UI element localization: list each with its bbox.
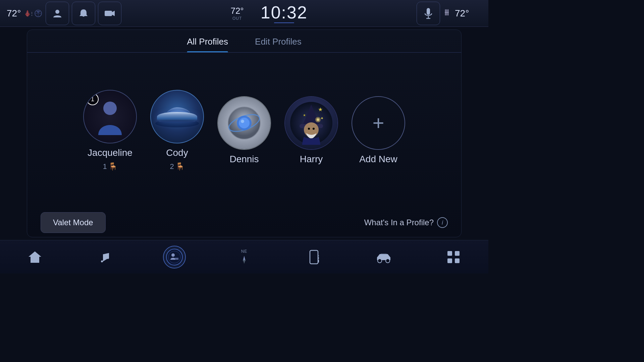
svg-rect-40: [455, 251, 460, 256]
svg-marker-4: [112, 11, 115, 16]
profile-jacqueline[interactable]: 1 Jacqueline 1 🪑: [83, 90, 137, 171]
nav-compass[interactable]: NE: [227, 244, 261, 270]
seat-heat-left-icon: ⋮⋮: [23, 9, 43, 18]
profile-cody[interactable]: Cody 2 🪑: [150, 90, 204, 171]
profile-badge-jacqueline: 1: [87, 93, 99, 105]
profile-seat-jacqueline: 1 🪑: [103, 162, 117, 171]
svg-text:⋮⋮: ⋮⋮: [25, 11, 32, 16]
svg-text:★: ★: [318, 107, 323, 112]
profile-harry[interactable]: ★ ★ ✦: [284, 96, 338, 165]
svg-point-2: [55, 10, 59, 14]
main-panel: All Profiles Edit Profiles 1: [27, 29, 462, 237]
nav-music[interactable]: [88, 244, 121, 270]
profile-seat-cody: 2 🪑: [170, 162, 184, 171]
profile-name-harry: Harry: [300, 154, 323, 165]
outside-temp: 72° OUT: [230, 6, 244, 21]
dennis-ie-icon: [218, 97, 270, 149]
svg-rect-35: [318, 257, 319, 259]
notifications-button[interactable]: [72, 2, 95, 25]
svg-rect-3: [105, 11, 112, 16]
harry-wizard-icon: ★ ★ ✦: [285, 97, 337, 149]
bottom-nav: NE: [0, 240, 488, 274]
tab-all-profiles[interactable]: All Profiles: [187, 37, 228, 52]
svg-point-38: [386, 259, 390, 263]
profile-dennis[interactable]: Dennis: [217, 96, 271, 165]
svg-rect-41: [447, 258, 452, 263]
svg-rect-39: [447, 251, 452, 256]
svg-marker-26: [29, 251, 41, 263]
svg-point-37: [378, 259, 382, 263]
svg-rect-5: [427, 8, 430, 15]
nav-car[interactable]: [367, 244, 400, 270]
svg-text:★: ★: [303, 113, 306, 117]
top-center: 72° OUT 10:32: [124, 4, 414, 23]
svg-rect-42: [455, 258, 460, 263]
svg-point-30: [171, 253, 175, 257]
profile-avatar-harry: ★ ★ ✦: [284, 96, 338, 150]
profile-avatar-jacqueline: 1: [83, 90, 137, 143]
compass-direction: NE: [241, 249, 248, 254]
outside-temp-label: OUT: [232, 16, 242, 21]
user-button[interactable]: [46, 2, 69, 25]
temp-right-value: 72°: [455, 8, 482, 19]
profile-name-dennis: Dennis: [229, 154, 259, 165]
temp-left: 72° ⋮⋮: [7, 8, 43, 19]
driver-icon: [163, 246, 186, 268]
nav-apps[interactable]: [437, 244, 470, 270]
info-icon: i: [437, 217, 448, 228]
nav-home[interactable]: [18, 244, 52, 270]
profile-avatar-cody: [150, 90, 204, 143]
camera-button[interactable]: [98, 2, 121, 25]
tab-bar: All Profiles Edit Profiles: [27, 30, 461, 53]
tab-edit-profiles[interactable]: Edit Profiles: [255, 37, 302, 52]
profiles-area: 1 Jacqueline 1 🪑: [27, 53, 461, 208]
valet-mode-button[interactable]: Valet Mode: [41, 212, 106, 233]
clock-line: [274, 22, 294, 23]
top-bar-left: 72° ⋮⋮: [7, 2, 121, 25]
svg-rect-34: [318, 260, 319, 262]
temp-left-value: 72°: [7, 8, 21, 19]
bottom-bar: Valet Mode What's In a Profile? i: [27, 208, 461, 237]
svg-text:✦: ✦: [320, 116, 324, 121]
svg-rect-33: [310, 250, 318, 264]
profile-avatar-add: +: [352, 96, 405, 150]
add-plus-icon: +: [372, 113, 384, 133]
svg-point-28: [166, 249, 182, 265]
clock: 10:32: [261, 4, 308, 23]
svg-point-9: [155, 119, 199, 127]
top-bar-right: 72°: [417, 2, 482, 25]
profile-add-new[interactable]: + Add New: [352, 96, 405, 165]
nav-driver[interactable]: [158, 244, 191, 270]
seat-heat-right-icon: [443, 8, 452, 19]
svg-point-8: [103, 102, 117, 115]
profile-name-add: Add New: [359, 154, 397, 165]
clock-time: 10:32: [261, 4, 308, 21]
whats-in-profile-label: What's In a Profile?: [364, 218, 434, 227]
microphone-button[interactable]: [417, 2, 440, 25]
profile-name-cody: Cody: [166, 147, 188, 158]
outside-temp-value: 72°: [230, 6, 244, 16]
top-center-group: 72° OUT 10:32: [230, 4, 307, 23]
svg-rect-36: [318, 255, 319, 256]
cody-car-image: [151, 90, 203, 143]
svg-point-22: [308, 128, 310, 130]
nav-phone[interactable]: [297, 244, 331, 270]
svg-point-14: [241, 120, 244, 123]
temp-right: 72°: [443, 8, 482, 19]
svg-point-23: [313, 128, 315, 130]
svg-point-13: [239, 118, 250, 128]
whats-in-profile[interactable]: What's In a Profile? i: [364, 217, 448, 228]
profile-name-jacqueline: Jacqueline: [88, 147, 132, 158]
svg-point-25: [317, 118, 319, 121]
top-bar: 72° ⋮⋮: [0, 0, 488, 27]
profile-avatar-dennis: [217, 96, 271, 150]
